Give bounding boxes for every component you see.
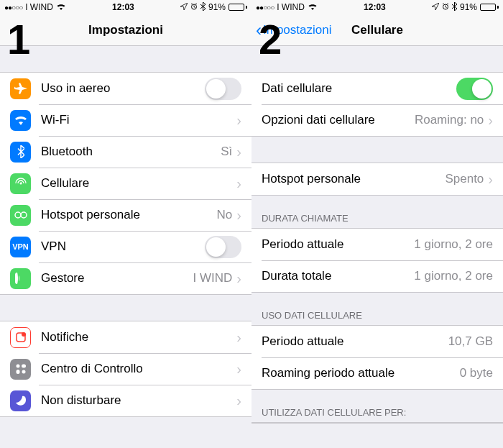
row-carrier[interactable]: Gestore I WIND › bbox=[0, 262, 251, 294]
data-current-label: Periodo attuale bbox=[262, 334, 448, 349]
row-notifications[interactable]: Notifiche › bbox=[0, 321, 251, 353]
section-use-for: UTILIZZA DATI CELLULARE PER: bbox=[251, 403, 503, 422]
svg-point-9 bbox=[22, 370, 25, 374]
location-icon bbox=[180, 2, 188, 12]
bluetooth-icon bbox=[200, 2, 206, 13]
hotspot-label: Hotspot personale bbox=[41, 208, 217, 222]
row-dnd[interactable]: Non disturbare › bbox=[0, 385, 251, 416]
row-airplane[interactable]: Uso in aereo bbox=[0, 73, 251, 104]
bluetooth-settings-icon bbox=[10, 142, 31, 163]
status-bar: ●●○○○ I WIND 12:03 91% bbox=[251, 0, 503, 14]
row-roaming-current: Roaming periodo attuale 0 byte bbox=[251, 357, 503, 389]
bluetooth-label: Bluetooth bbox=[41, 145, 221, 159]
chevron-icon: › bbox=[236, 329, 241, 346]
carrier-label: I WIND bbox=[25, 2, 53, 12]
page-title: Impostazioni bbox=[88, 23, 163, 37]
svg-point-1 bbox=[19, 183, 22, 185]
wifi-icon bbox=[308, 2, 318, 12]
clock: 12:03 bbox=[112, 2, 134, 12]
status-bar: ●●○○○ I WIND 12:03 91% bbox=[0, 0, 251, 14]
row-hotspot2[interactable]: Hotspot personale Spento › bbox=[251, 163, 503, 195]
alarm-icon bbox=[190, 2, 198, 12]
signal-icon: ●●○○○ bbox=[256, 4, 274, 12]
wifi-settings-icon bbox=[10, 110, 31, 131]
svg-rect-7 bbox=[22, 365, 26, 368]
wifi-icon bbox=[56, 2, 66, 12]
roaming-current-label: Roaming periodo attuale bbox=[262, 366, 460, 380]
hotspot2-label: Hotspot personale bbox=[262, 172, 445, 186]
controlcenter-icon bbox=[10, 359, 31, 380]
options-label: Opzioni dati cellulare bbox=[262, 113, 415, 127]
battery-percent: 91% bbox=[208, 2, 226, 12]
svg-point-2 bbox=[15, 212, 21, 218]
hotspot2-value: Spento bbox=[445, 172, 484, 186]
overlay-badge-2: 2 bbox=[259, 19, 282, 60]
notifications-label: Notifiche bbox=[41, 330, 236, 344]
current-period-label: Periodo attuale bbox=[262, 237, 414, 252]
airplane-toggle[interactable] bbox=[205, 78, 241, 100]
roaming-current-value: 0 byte bbox=[460, 366, 493, 380]
chevron-icon: › bbox=[236, 175, 241, 192]
controlcenter-label: Centro di Controllo bbox=[41, 362, 236, 376]
row-lifetime: Durata totale 1 giorno, 2 ore bbox=[251, 260, 503, 292]
vpn-toggle[interactable] bbox=[205, 236, 241, 258]
carrier-label: I WIND bbox=[277, 2, 305, 12]
clock: 12:03 bbox=[364, 2, 386, 12]
row-options[interactable]: Opzioni dati cellulare Roaming: no › bbox=[251, 104, 503, 136]
row-cellular-data[interactable]: Dati cellulare bbox=[251, 73, 503, 104]
cellular-data-toggle[interactable] bbox=[456, 78, 493, 100]
row-cellular[interactable]: Cellulare › bbox=[0, 168, 251, 199]
dnd-icon bbox=[10, 390, 31, 411]
page-title: Cellulare bbox=[351, 23, 403, 37]
settings-screen-1: ●●○○○ I WIND 12:03 91% Impostazioni 1 bbox=[0, 0, 251, 448]
chevron-icon: › bbox=[488, 112, 493, 129]
carrier-row-label: Gestore bbox=[41, 271, 193, 285]
nav-bar: Impostazioni bbox=[0, 14, 251, 46]
bluetooth-icon bbox=[452, 2, 457, 13]
carrier-value: I WIND bbox=[193, 271, 233, 285]
row-wifi[interactable]: Wi-Fi › bbox=[0, 104, 251, 136]
chevron-icon: › bbox=[236, 361, 241, 378]
battery-icon bbox=[480, 4, 499, 11]
vpn-label: VPN bbox=[41, 239, 205, 254]
chevron-icon: › bbox=[236, 112, 241, 129]
row-vpn[interactable]: VPN VPN bbox=[0, 231, 251, 262]
section-data-usage: USO DATI CELLULARE bbox=[251, 306, 503, 325]
chevron-icon: › bbox=[236, 207, 241, 224]
options-value: Roaming: no bbox=[415, 113, 484, 127]
lifetime-value: 1 giorno, 2 ore bbox=[414, 269, 493, 283]
carrier-icon bbox=[10, 268, 31, 289]
overlay-badge-1: 1 bbox=[7, 19, 30, 60]
svg-point-6 bbox=[16, 365, 19, 368]
row-controlcenter[interactable]: Centro di Controllo › bbox=[0, 353, 251, 385]
lifetime-label: Durata totale bbox=[262, 269, 414, 283]
cellular-label: Cellulare bbox=[41, 176, 236, 191]
chevron-icon: › bbox=[236, 270, 241, 287]
row-current-period: Periodo attuale 1 giorno, 2 ore bbox=[251, 229, 503, 260]
chevron-icon: › bbox=[488, 171, 493, 188]
section-calls: DURATA CHIAMATE bbox=[251, 209, 503, 228]
cellular-data-label: Dati cellulare bbox=[262, 81, 456, 96]
wifi-label: Wi-Fi bbox=[41, 113, 236, 127]
hotspot-value: No bbox=[217, 208, 233, 222]
signal-icon: ●●○○○ bbox=[4, 4, 22, 12]
current-period-value: 1 giorno, 2 ore bbox=[414, 237, 493, 252]
row-hotspot[interactable]: Hotspot personale No › bbox=[0, 199, 251, 231]
vpn-icon: VPN bbox=[10, 237, 31, 257]
svg-point-5 bbox=[22, 332, 26, 337]
bluetooth-value: Sì bbox=[221, 145, 232, 159]
battery-icon bbox=[229, 4, 247, 11]
cellular-icon bbox=[10, 173, 31, 194]
nav-bar: ‹ Impostazioni Cellulare bbox=[251, 14, 503, 46]
svg-point-3 bbox=[21, 212, 27, 218]
chevron-icon: › bbox=[236, 393, 241, 409]
location-icon bbox=[432, 2, 439, 12]
airplane-label: Uso in aereo bbox=[41, 81, 205, 96]
notifications-icon bbox=[10, 327, 31, 348]
hotspot-icon bbox=[10, 205, 31, 226]
cellular-screen-2: ●●○○○ I WIND 12:03 91% ‹ Impos bbox=[251, 0, 503, 448]
svg-rect-8 bbox=[16, 370, 19, 374]
data-current-value: 10,7 GB bbox=[448, 334, 493, 349]
row-bluetooth[interactable]: Bluetooth Sì › bbox=[0, 136, 251, 168]
dnd-label: Non disturbare bbox=[41, 393, 236, 408]
